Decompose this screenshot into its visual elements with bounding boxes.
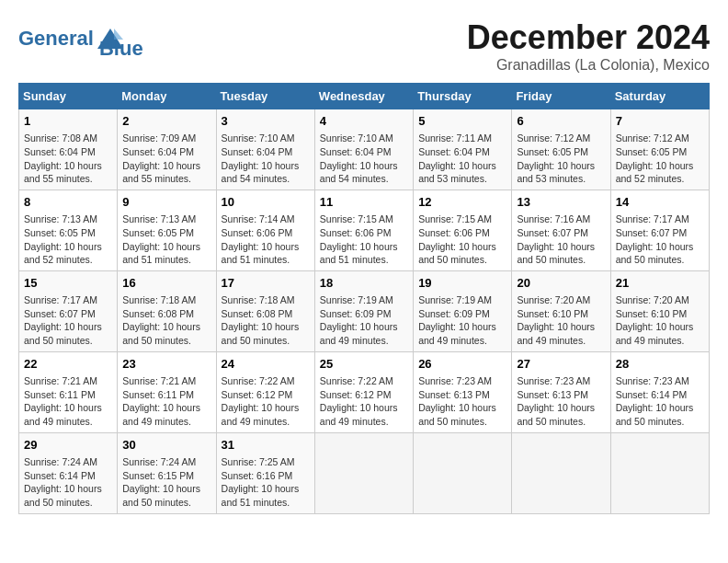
- day-info: Sunrise: 7:10 AM Sunset: 6:04 PM Dayligh…: [320, 132, 408, 186]
- day-info: Sunrise: 7:15 AM Sunset: 6:06 PM Dayligh…: [320, 213, 408, 267]
- calendar-cell: 24Sunrise: 7:22 AM Sunset: 6:12 PM Dayli…: [216, 351, 314, 432]
- calendar-cell: [414, 432, 512, 513]
- day-number: 8: [24, 194, 112, 211]
- day-info: Sunrise: 7:15 AM Sunset: 6:06 PM Dayligh…: [418, 213, 506, 267]
- day-number: 19: [418, 275, 506, 292]
- day-info: Sunrise: 7:16 AM Sunset: 6:07 PM Dayligh…: [517, 213, 605, 267]
- day-info: Sunrise: 7:11 AM Sunset: 6:04 PM Dayligh…: [418, 132, 506, 186]
- day-info: Sunrise: 7:19 AM Sunset: 6:09 PM Dayligh…: [418, 293, 506, 348]
- calendar-header: SundayMondayTuesdayWednesdayThursdayFrid…: [19, 84, 710, 109]
- calendar-cell: 17Sunrise: 7:18 AM Sunset: 6:08 PM Dayli…: [216, 270, 314, 351]
- calendar-cell: 6Sunrise: 7:12 AM Sunset: 6:05 PM Daylig…: [512, 109, 610, 190]
- day-info: Sunrise: 7:18 AM Sunset: 6:08 PM Dayligh…: [122, 293, 210, 348]
- calendar-cell: 22Sunrise: 7:21 AM Sunset: 6:11 PM Dayli…: [19, 351, 118, 432]
- day-number: 27: [517, 356, 605, 373]
- day-number: 23: [122, 356, 210, 373]
- calendar-cell: [512, 432, 610, 513]
- location-title: Granadillas (La Colonia), Mexico: [467, 57, 710, 74]
- calendar-cell: 12Sunrise: 7:15 AM Sunset: 6:06 PM Dayli…: [414, 190, 512, 270]
- day-header-monday: Monday: [118, 84, 216, 109]
- day-info: Sunrise: 7:22 AM Sunset: 6:12 PM Dayligh…: [320, 374, 408, 429]
- calendar-cell: 7Sunrise: 7:12 AM Sunset: 6:05 PM Daylig…: [610, 109, 709, 190]
- day-number: 11: [320, 194, 408, 211]
- calendar-cell: 15Sunrise: 7:17 AM Sunset: 6:07 PM Dayli…: [19, 270, 118, 351]
- day-info: Sunrise: 7:17 AM Sunset: 6:07 PM Dayligh…: [616, 213, 704, 267]
- day-number: 25: [320, 356, 408, 373]
- calendar-cell: 19Sunrise: 7:19 AM Sunset: 6:09 PM Dayli…: [414, 270, 512, 351]
- day-number: 17: [222, 275, 310, 292]
- calendar-cell: 21Sunrise: 7:20 AM Sunset: 6:10 PM Dayli…: [610, 270, 709, 351]
- day-number: 31: [222, 437, 310, 454]
- day-info: Sunrise: 7:25 AM Sunset: 6:16 PM Dayligh…: [222, 455, 310, 510]
- day-info: Sunrise: 7:23 AM Sunset: 6:13 PM Dayligh…: [418, 374, 506, 429]
- day-number: 28: [616, 356, 704, 373]
- calendar-cell: 5Sunrise: 7:11 AM Sunset: 6:04 PM Daylig…: [414, 109, 512, 190]
- day-header-thursday: Thursday: [414, 84, 512, 109]
- day-info: Sunrise: 7:20 AM Sunset: 6:10 PM Dayligh…: [616, 293, 704, 348]
- title-block: December 2024 Granadillas (La Colonia), …: [467, 18, 710, 74]
- calendar-cell: 18Sunrise: 7:19 AM Sunset: 6:09 PM Dayli…: [314, 270, 413, 351]
- day-number: 30: [122, 437, 210, 454]
- calendar-cell: 3Sunrise: 7:10 AM Sunset: 6:04 PM Daylig…: [216, 109, 314, 190]
- calendar-cell: [610, 432, 709, 513]
- page-header: General Blue December 2024 Granadillas (…: [18, 18, 710, 74]
- day-number: 10: [222, 194, 310, 211]
- day-header-friday: Friday: [512, 84, 610, 109]
- day-number: 12: [418, 194, 506, 211]
- day-number: 3: [222, 113, 310, 130]
- day-info: Sunrise: 7:18 AM Sunset: 6:08 PM Dayligh…: [222, 293, 310, 348]
- day-info: Sunrise: 7:14 AM Sunset: 6:06 PM Dayligh…: [222, 213, 310, 267]
- logo: General Blue: [18, 18, 143, 61]
- day-info: Sunrise: 7:19 AM Sunset: 6:09 PM Dayligh…: [320, 293, 408, 348]
- day-info: Sunrise: 7:24 AM Sunset: 6:14 PM Dayligh…: [24, 455, 112, 510]
- logo-line2: Blue: [99, 37, 143, 61]
- day-info: Sunrise: 7:20 AM Sunset: 6:10 PM Dayligh…: [517, 293, 605, 348]
- calendar-cell: 13Sunrise: 7:16 AM Sunset: 6:07 PM Dayli…: [512, 190, 610, 270]
- day-header-saturday: Saturday: [610, 84, 709, 109]
- calendar-cell: 2Sunrise: 7:09 AM Sunset: 6:04 PM Daylig…: [118, 109, 216, 190]
- day-number: 15: [24, 275, 112, 292]
- day-number: 22: [24, 356, 112, 373]
- calendar-cell: 16Sunrise: 7:18 AM Sunset: 6:08 PM Dayli…: [118, 270, 216, 351]
- day-number: 16: [122, 275, 210, 292]
- calendar-table: SundayMondayTuesdayWednesdayThursdayFrid…: [18, 83, 710, 514]
- day-info: Sunrise: 7:13 AM Sunset: 6:05 PM Dayligh…: [24, 213, 112, 267]
- day-info: Sunrise: 7:17 AM Sunset: 6:07 PM Dayligh…: [24, 293, 112, 348]
- day-header-tuesday: Tuesday: [216, 84, 314, 109]
- day-number: 20: [517, 275, 605, 292]
- calendar-cell: 31Sunrise: 7:25 AM Sunset: 6:16 PM Dayli…: [216, 432, 314, 513]
- day-info: Sunrise: 7:22 AM Sunset: 6:12 PM Dayligh…: [222, 374, 310, 429]
- day-info: Sunrise: 7:23 AM Sunset: 6:14 PM Dayligh…: [616, 374, 704, 429]
- calendar-cell: 23Sunrise: 7:21 AM Sunset: 6:11 PM Dayli…: [118, 351, 216, 432]
- calendar-cell: 29Sunrise: 7:24 AM Sunset: 6:14 PM Dayli…: [19, 432, 118, 513]
- day-info: Sunrise: 7:21 AM Sunset: 6:11 PM Dayligh…: [122, 374, 210, 429]
- day-header-wednesday: Wednesday: [314, 84, 413, 109]
- day-info: Sunrise: 7:12 AM Sunset: 6:05 PM Dayligh…: [616, 132, 704, 186]
- calendar-cell: 27Sunrise: 7:23 AM Sunset: 6:13 PM Dayli…: [512, 351, 610, 432]
- month-title: December 2024: [467, 18, 710, 57]
- day-number: 9: [122, 194, 210, 211]
- day-info: Sunrise: 7:21 AM Sunset: 6:11 PM Dayligh…: [24, 374, 112, 429]
- day-number: 21: [616, 275, 704, 292]
- day-number: 6: [517, 113, 605, 130]
- calendar-cell: 10Sunrise: 7:14 AM Sunset: 6:06 PM Dayli…: [216, 190, 314, 270]
- day-number: 18: [320, 275, 408, 292]
- day-number: 26: [418, 356, 506, 373]
- day-header-sunday: Sunday: [19, 84, 118, 109]
- day-info: Sunrise: 7:23 AM Sunset: 6:13 PM Dayligh…: [517, 374, 605, 429]
- calendar-cell: 20Sunrise: 7:20 AM Sunset: 6:10 PM Dayli…: [512, 270, 610, 351]
- day-number: 13: [517, 194, 605, 211]
- calendar-cell: 30Sunrise: 7:24 AM Sunset: 6:15 PM Dayli…: [118, 432, 216, 513]
- day-info: Sunrise: 7:12 AM Sunset: 6:05 PM Dayligh…: [517, 132, 605, 186]
- day-info: Sunrise: 7:09 AM Sunset: 6:04 PM Dayligh…: [122, 132, 210, 186]
- day-number: 5: [418, 113, 506, 130]
- day-number: 14: [616, 194, 704, 211]
- day-info: Sunrise: 7:10 AM Sunset: 6:04 PM Dayligh…: [222, 132, 310, 186]
- day-number: 1: [24, 113, 112, 130]
- day-info: Sunrise: 7:13 AM Sunset: 6:05 PM Dayligh…: [122, 213, 210, 267]
- calendar-cell: 14Sunrise: 7:17 AM Sunset: 6:07 PM Dayli…: [610, 190, 709, 270]
- day-number: 4: [320, 113, 408, 130]
- day-number: 7: [616, 113, 704, 130]
- day-info: Sunrise: 7:24 AM Sunset: 6:15 PM Dayligh…: [122, 455, 210, 510]
- calendar-cell: [314, 432, 413, 513]
